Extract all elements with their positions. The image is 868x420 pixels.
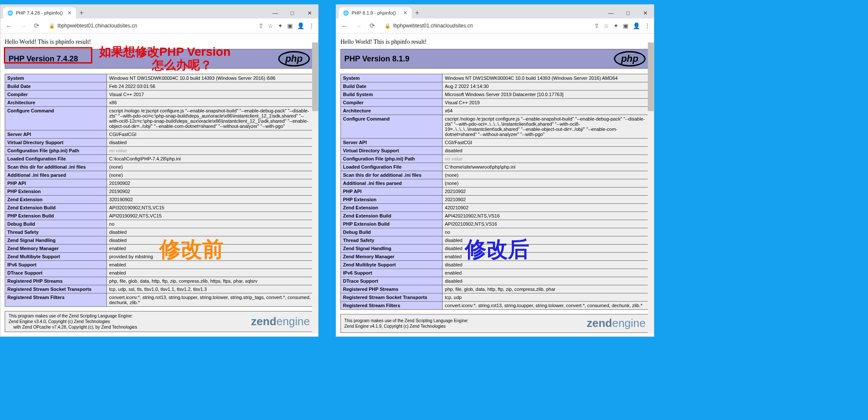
vertical-scrollbar[interactable] bbox=[648, 42, 654, 334]
info-key: Zend Multibyte Support bbox=[5, 253, 107, 261]
info-key: Additional .ini files parsed bbox=[341, 179, 443, 187]
table-row: Zend Memory Managerenabled bbox=[341, 253, 649, 261]
close-tab-icon[interactable]: ✕ bbox=[67, 10, 72, 16]
page-content: Hello World! This is phpinfo result! PHP… bbox=[336, 33, 654, 336]
table-row: Zend Signal Handlingdisabled bbox=[5, 236, 314, 245]
info-value: API320190902,NTS,VC15 bbox=[107, 204, 314, 212]
info-value: no value bbox=[107, 147, 314, 155]
star-icon[interactable]: ☆ bbox=[604, 22, 609, 29]
globe-icon: 🌐 bbox=[343, 10, 349, 16]
close-window-button[interactable]: ✕ bbox=[637, 8, 654, 18]
profile-icon[interactable]: 👤 bbox=[297, 22, 304, 29]
info-value: (none) bbox=[107, 163, 314, 171]
info-key: Additional .ini files parsed bbox=[5, 171, 107, 179]
reload-button[interactable]: ⟳ bbox=[368, 21, 377, 30]
table-row: Build DateAug 2 2022 14:14:30 bbox=[341, 82, 649, 91]
browser-tab[interactable]: 🌐 PHP 8.1.9 - phpinfo() ✕ bbox=[339, 7, 412, 18]
close-tab-icon[interactable]: ✕ bbox=[403, 10, 407, 16]
table-row: Additional .ini files parsed(none) bbox=[5, 171, 314, 179]
info-value: x86 bbox=[107, 99, 314, 107]
page-content: Hello World! This is phpinfo result! PHP… bbox=[0, 33, 318, 335]
info-value: convert.iconv.*, string.rot13, string.to… bbox=[443, 302, 649, 310]
forward-button[interactable]: → bbox=[354, 21, 364, 30]
info-key: Registered Stream Filters bbox=[5, 293, 107, 307]
table-row: Zend Signal Handlingdisabled bbox=[341, 245, 649, 253]
info-key: Configuration File (php.ini) Path bbox=[341, 155, 443, 163]
info-value: C:\home\site\wwwroot\php\php.ini bbox=[443, 163, 649, 171]
table-row: PHP Extension20210902 bbox=[341, 196, 649, 204]
info-key: Debug Build bbox=[341, 228, 443, 236]
panel-icon[interactable]: ▣ bbox=[623, 22, 628, 29]
back-button[interactable]: ← bbox=[340, 21, 349, 30]
info-value: provided by mbstring bbox=[107, 253, 314, 261]
info-value: 20190902 bbox=[107, 187, 314, 196]
lock-icon: 🔒 bbox=[49, 23, 55, 29]
info-value: convert.iconv.*, string.rot13, string.to… bbox=[107, 293, 314, 307]
back-button[interactable]: ← bbox=[4, 21, 14, 30]
scrollbar-thumb[interactable] bbox=[648, 42, 654, 111]
php-version-text: PHP Version 7.4.28 bbox=[9, 54, 78, 63]
new-tab-button[interactable]: + bbox=[79, 9, 83, 17]
info-value: Windows NT DW1SDWK00004C 10.0 build 1439… bbox=[107, 74, 314, 82]
browser-window-right: 🌐 PHP 8.1.9 - phpinfo() ✕ + — □ ✕ ← → ⟳ … bbox=[336, 4, 654, 337]
star-icon[interactable]: ☆ bbox=[268, 22, 273, 29]
url-field[interactable]: 🔒 lbphpwebtest01.chinacloudsites.cn bbox=[46, 21, 254, 30]
minimize-button[interactable]: — bbox=[267, 8, 284, 18]
php-version-text: PHP Version 8.1.9 bbox=[344, 54, 410, 63]
maximize-button[interactable]: □ bbox=[284, 8, 301, 18]
info-key: Virtual Directory Support bbox=[341, 147, 443, 155]
table-row: Registered Stream Socket Transportstcp, … bbox=[341, 293, 649, 302]
info-key: Zend Memory Manager bbox=[341, 253, 443, 261]
table-row: Configuration File (php.ini) Pathno valu… bbox=[5, 147, 314, 155]
minimize-button[interactable]: — bbox=[602, 8, 619, 18]
info-key: Build Date bbox=[341, 82, 443, 91]
table-row: Additional .ini files parsed(none) bbox=[341, 179, 649, 187]
info-key: Scan this dir for additional .ini files bbox=[341, 171, 443, 179]
info-value: (none) bbox=[443, 171, 649, 179]
info-value: enabled bbox=[107, 269, 314, 277]
info-key: DTrace Support bbox=[341, 277, 443, 285]
info-value: tcp, udp, ssl, tls, tlsv1.0, tlsv1.1, tl… bbox=[107, 285, 314, 293]
info-key: Zend Extension Build bbox=[5, 204, 107, 212]
php-version-header: PHP Version 8.1.9 php bbox=[340, 49, 649, 69]
extensions-icon[interactable]: ✦ bbox=[613, 22, 619, 29]
menu-icon[interactable]: ⋮ bbox=[644, 22, 650, 29]
browser-tab[interactable]: 🌐 PHP 7.4.28 - phpinfo() ✕ bbox=[3, 7, 76, 18]
panel-icon[interactable]: ▣ bbox=[287, 22, 293, 29]
info-value: enabled bbox=[107, 261, 314, 269]
new-tab-button[interactable]: + bbox=[415, 9, 419, 17]
php-logo: php bbox=[278, 51, 310, 66]
scrollbar-thumb[interactable] bbox=[312, 42, 318, 111]
info-value: enabled bbox=[107, 245, 314, 253]
forward-button[interactable]: → bbox=[18, 21, 28, 30]
table-row: Thread Safetydisabled bbox=[341, 236, 649, 245]
table-row: PHP Extension20190902 bbox=[5, 187, 314, 196]
info-value: 320190902 bbox=[107, 196, 314, 204]
table-row: Build DateFeb 24 2022 03:01:56 bbox=[5, 82, 314, 91]
maximize-button[interactable]: □ bbox=[619, 8, 637, 18]
extensions-icon[interactable]: ✦ bbox=[278, 22, 283, 29]
info-key: Loaded Configuration File bbox=[341, 163, 443, 171]
table-row: Scan this dir for additional .ini files(… bbox=[341, 171, 649, 179]
info-key: Configure Command bbox=[5, 107, 107, 130]
info-key: PHP Extension Build bbox=[5, 212, 107, 220]
info-key: Debug Build bbox=[5, 220, 107, 228]
share-icon[interactable]: ⇧ bbox=[594, 22, 599, 29]
menu-icon[interactable]: ⋮ bbox=[309, 22, 315, 29]
info-key: Zend Signal Handling bbox=[5, 236, 107, 245]
table-row: PHP API20210902 bbox=[341, 187, 649, 196]
info-key: PHP API bbox=[5, 179, 107, 187]
info-key: Registered Stream Filters bbox=[341, 302, 443, 310]
info-key: Configuration File (php.ini) Path bbox=[5, 147, 107, 155]
url-field[interactable]: 🔒 lbphpwebtest01.chinacloudsites.cn bbox=[381, 21, 590, 30]
vertical-scrollbar[interactable] bbox=[312, 42, 318, 334]
reload-button[interactable]: ⟳ bbox=[32, 21, 41, 30]
info-value: disabled bbox=[107, 228, 314, 236]
info-key: Thread Safety bbox=[5, 228, 107, 236]
info-value: Microsoft Windows Server 2019 Datacenter… bbox=[443, 91, 649, 99]
share-icon[interactable]: ⇧ bbox=[258, 22, 264, 29]
info-key: Zend Multibyte Support bbox=[341, 261, 443, 269]
profile-icon[interactable]: 👤 bbox=[633, 22, 640, 29]
close-window-button[interactable]: ✕ bbox=[301, 8, 318, 18]
hello-text: Hello World! This is phpinfo result! bbox=[340, 39, 649, 45]
